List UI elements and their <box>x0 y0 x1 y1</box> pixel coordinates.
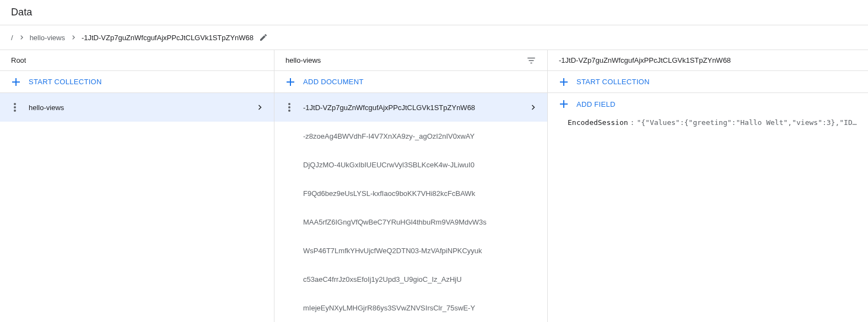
collections-heading: Root <box>11 56 26 64</box>
list-item[interactable]: -z8zoeAg4BWVdhF-I4V7XnXA9zy-_agOzI2nIV0x… <box>274 122 547 150</box>
chevron-right-icon <box>530 104 536 111</box>
documents-heading: hello-views <box>285 56 321 64</box>
field-value: "{"Values":{"greeting":"Hallo Welt","vie… <box>637 118 857 127</box>
field-key: EncodedSession <box>568 118 628 127</box>
start-collection-label: START COLLECTION <box>576 78 650 86</box>
kebab-icon[interactable] <box>11 103 19 112</box>
add-field-button[interactable]: ADD FIELD <box>548 93 868 115</box>
list-item-label: DjQJzMO-4UkGxIbIUEUCrwVyl3SBLKceK4w-JLiw… <box>303 161 536 169</box>
list-item[interactable]: mIejeEyNXyLMHGjrR86ys3SVwZNVSIrsClr_75sw… <box>274 293 547 322</box>
collections-panel: Root START COLLECTION hello-views <box>0 50 274 322</box>
chevron-right-icon <box>71 35 76 40</box>
list-item-label: -z8zoeAg4BWVdhF-I4V7XnXA9zy-_agOzI2nIV0x… <box>303 132 536 140</box>
chevron-right-icon <box>19 35 24 40</box>
page-title: Data <box>0 0 868 25</box>
breadcrumb-root[interactable]: / <box>11 34 13 42</box>
list-item-label: MAA5rfZ6IGngVfQwBeC7YRuHGl4thbuRm9VA9Mdv… <box>303 218 536 226</box>
plus-icon <box>285 77 295 87</box>
start-collection-button-detail[interactable]: START COLLECTION <box>548 71 868 93</box>
documents-panel: hello-views ADD DOCUMENT -1JtD-VZp7guZnW… <box>274 50 548 322</box>
plus-icon <box>559 99 569 109</box>
chevron-right-icon <box>256 104 263 111</box>
list-item[interactable]: F9Qd6bez9eUsLYSL-kxfIaoc9boKK7VHi82kcFcB… <box>274 179 547 208</box>
plus-icon <box>11 77 21 87</box>
start-collection-label: START COLLECTION <box>29 78 102 86</box>
kebab-icon[interactable] <box>285 103 293 112</box>
edit-icon[interactable] <box>259 33 268 42</box>
list-item[interactable]: WsP46T7LmfkYHvUjcfWeQ2DTN03-MzVAfpiNPKCy… <box>274 236 547 265</box>
list-item[interactable]: DjQJzMO-4UkGxIbIUEUCrwVyl3SBLKceK4w-JLiw… <box>274 150 547 179</box>
list-item-label: mIejeEyNXyLMHGjrR86ys3SVwZNVSIrsClr_75sw… <box>303 304 536 312</box>
breadcrumb: / hello-views -1JtD-VZp7guZnWfcgufAjxPPc… <box>0 25 868 50</box>
list-item-label: WsP46T7LmfkYHvUjcfWeQ2DTN03-MzVAfpiNPKCy… <box>303 247 536 255</box>
list-item-label: -1JtD-VZp7guZnWfcgufAjxPPcJtCLGVk1STpZYn… <box>303 103 520 112</box>
start-collection-button[interactable]: START COLLECTION <box>0 71 274 93</box>
plus-icon <box>559 77 569 87</box>
filter-icon[interactable] <box>526 56 536 66</box>
breadcrumb-document[interactable]: -1JtD-VZp7guZnWfcgufAjxPPcJtCLGVk1STpZYn… <box>82 34 254 42</box>
list-item-label: F9Qd6bez9eUsLYSL-kxfIaoc9boKK7VHi82kcFcB… <box>303 189 536 198</box>
add-document-button[interactable]: ADD DOCUMENT <box>274 71 547 93</box>
add-field-label: ADD FIELD <box>576 100 616 108</box>
document-heading: -1JtD-VZp7guZnWfcgufAjxPPcJtCLGVk1STpZYn… <box>559 56 731 64</box>
add-document-label: ADD DOCUMENT <box>303 78 364 86</box>
document-detail-panel: -1JtD-VZp7guZnWfcgufAjxPPcJtCLGVk1STpZYn… <box>548 50 868 322</box>
breadcrumb-collection[interactable]: hello-views <box>30 34 65 42</box>
list-item[interactable]: c53aeC4frrJz0xsEfoIj1y2Upd3_U9gioC_Iz_Az… <box>274 265 547 293</box>
list-item-label: c53aeC4frrJz0xsEfoIj1y2Upd3_U9gioC_Iz_Az… <box>303 275 536 283</box>
list-item[interactable]: MAA5rfZ6IGngVfQwBeC7YRuHGl4thbuRm9VA9Mdv… <box>274 208 547 236</box>
list-item[interactable]: -1JtD-VZp7guZnWfcgufAjxPPcJtCLGVk1STpZYn… <box>274 93 547 122</box>
list-item-label: hello-views <box>29 103 246 112</box>
field-row[interactable]: EncodedSession : "{"Values":{"greeting":… <box>548 115 868 130</box>
list-item[interactable]: hello-views <box>0 93 274 122</box>
